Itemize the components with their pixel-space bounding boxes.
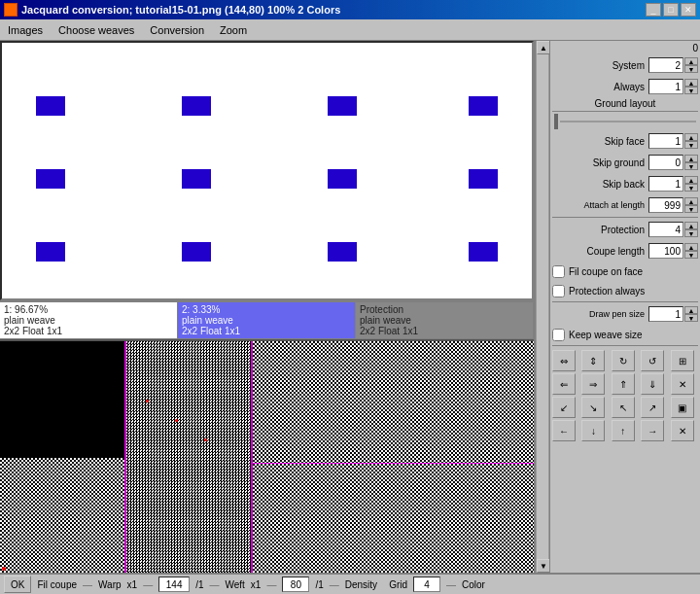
status-bar: OK Fil coupe — Warp x1 — /1 — Weft x1 — … [0,573,700,594]
grid-value[interactable] [413,577,440,592]
draw-pen-up-btn[interactable]: ▲ [684,306,698,314]
attach-down-btn[interactable]: ▼ [684,205,698,213]
draw-pen-down-btn[interactable]: ▼ [684,314,698,322]
attach-up-btn[interactable]: ▲ [684,197,698,205]
fil-coupe-face-label: Fil coupe on face [569,266,643,277]
skip-face-spin: ▲ ▼ [684,133,698,149]
keep-weave-label: Keep weave size [569,330,643,340]
skip-face-down-btn[interactable]: ▼ [684,141,698,149]
keep-weave-checkbox[interactable] [552,329,565,341]
icon-btn-1[interactable]: ⇔ [552,350,576,371]
icon-btn-2[interactable]: ⇕ [581,350,605,371]
always-input[interactable] [648,79,683,94]
menu-conversion[interactable]: Conversion [142,19,212,40]
skip-ground-up-btn[interactable]: ▲ [684,155,698,162]
protection-spin: ▲ ▼ [684,222,698,237]
coupe-row: Coupe length ▲ ▼ [552,241,698,261]
x1-weft: x1 [251,579,262,590]
minimize-button[interactable]: _ [646,3,661,17]
ground-layout-label: Ground layout [552,98,698,109]
icon-btn-15[interactable]: ▣ [671,397,694,418]
weave-cell-3[interactable]: Protection plain weave 2x2 Float 1x1 [356,302,534,338]
ground-slider[interactable] [552,114,698,129]
weave-cell-1[interactable]: 1: 96.67% plain weave 2x2 Float 1x1 [0,302,178,338]
system-row: System ▲ ▼ [552,55,698,75]
ok-button[interactable]: OK [4,576,31,593]
skip-ground-input[interactable] [648,155,683,170]
protection-down-btn[interactable]: ▼ [684,229,698,237]
protection-input[interactable] [648,222,683,237]
always-label: Always [552,82,648,92]
warp-value[interactable] [158,577,190,592]
always-up-btn[interactable]: ▲ [684,79,698,87]
icon-btn-11[interactable]: ↙ [552,397,576,418]
skip-back-input[interactable] [648,176,683,192]
weave-info-2: 2x2 Float 1x1 [182,326,351,336]
icon-btn-13[interactable]: ↖ [612,397,635,418]
system-input[interactable] [648,57,683,73]
icon-btn-18[interactable]: ↑ [612,420,635,441]
draw-pen-input[interactable] [648,306,683,322]
blue-rect [182,242,211,262]
icon-btn-7[interactable]: ⇒ [581,373,605,395]
density-label: Density [345,579,377,590]
keep-weave-row[interactable]: Keep weave size [552,326,698,343]
icon-btn-12[interactable]: ↘ [581,397,605,418]
always-row: Always ▲ ▼ [552,77,698,96]
skip-face-up-btn[interactable]: ▲ [684,133,698,141]
icon-btn-3[interactable]: ↻ [612,350,635,371]
coupe-down-btn[interactable]: ▼ [684,251,698,259]
protection-always-checkbox[interactable] [552,285,565,297]
fil-coupe-face-checkbox[interactable] [552,265,565,278]
blue-rect [469,242,498,262]
weave-cell-2[interactable]: 2: 3.33% plain weave 2x2 Float 1x1 [178,302,356,338]
system-down-btn[interactable]: ▼ [684,65,698,73]
red-dot [2,567,6,571]
attach-spin: ▲ ▼ [684,197,698,213]
weft-value[interactable] [282,577,309,592]
icon-btn-20[interactable]: ✕ [671,420,694,441]
coupe-input[interactable] [648,243,683,259]
protection-always-row[interactable]: Protection always [552,282,698,299]
icon-btn-16[interactable]: ← [552,420,576,441]
bottom-panel: 1: 96.67% plain weave 2x2 Float 1x1 2: 3… [0,300,534,573]
right-panel: 0 System ▲ ▼ Always ▲ ▼ Ground layout [549,41,700,573]
weave-seg-1 [0,341,126,573]
coupe-up-btn[interactable]: ▲ [684,243,698,251]
scroll-down-btn[interactable]: ▼ [537,559,550,573]
icon-btn-17[interactable]: ↓ [581,420,605,441]
coupe-label: Coupe length [552,246,648,257]
protection-up-btn[interactable]: ▲ [684,222,698,229]
maximize-button[interactable]: □ [663,3,679,17]
weave-info-bar: 1: 96.67% plain weave 2x2 Float 1x1 2: 3… [0,302,534,339]
icon-btn-8[interactable]: ⇑ [612,373,635,395]
vertical-scrollbar[interactable]: ▲ ▼ [536,41,549,573]
skip-back-down-btn[interactable]: ▼ [684,184,698,192]
skip-ground-down-btn[interactable]: ▼ [684,162,698,170]
attach-input[interactable] [648,197,683,213]
always-down-btn[interactable]: ▼ [684,87,698,94]
blue-rect [328,242,357,262]
x1-label: x1 [127,579,138,590]
skip-back-up-btn[interactable]: ▲ [684,176,698,184]
icon-btn-6[interactable]: ⇐ [552,373,576,395]
icon-btn-4[interactable]: ↺ [641,350,664,371]
system-up-btn[interactable]: ▲ [684,57,698,65]
skip-ground-spin: ▲ ▼ [684,155,698,170]
bw-pattern-1 [0,458,124,573]
menu-images[interactable]: Images [0,19,51,40]
close-button[interactable]: ✕ [681,3,696,17]
skip-face-input[interactable] [648,133,683,149]
scroll-up-btn[interactable]: ▲ [537,41,550,54]
icon-btn-9[interactable]: ⇓ [641,373,664,395]
fil-coupe-face-row[interactable]: Fil coupe on face [552,262,698,280]
icon-btn-10[interactable]: ✕ [671,373,694,395]
menu-zoom[interactable]: Zoom [212,19,255,40]
menu-bar: Images Choose weaves Conversion Zoom [0,19,700,41]
icon-btn-19[interactable]: → [641,420,664,441]
icon-btn-14[interactable]: ↗ [641,397,664,418]
skip-back-label: Skip back [552,179,648,190]
draw-pen-label: Draw pen size [552,309,648,319]
menu-choose-weaves[interactable]: Choose weaves [51,19,142,40]
icon-btn-5[interactable]: ⊞ [671,350,694,371]
